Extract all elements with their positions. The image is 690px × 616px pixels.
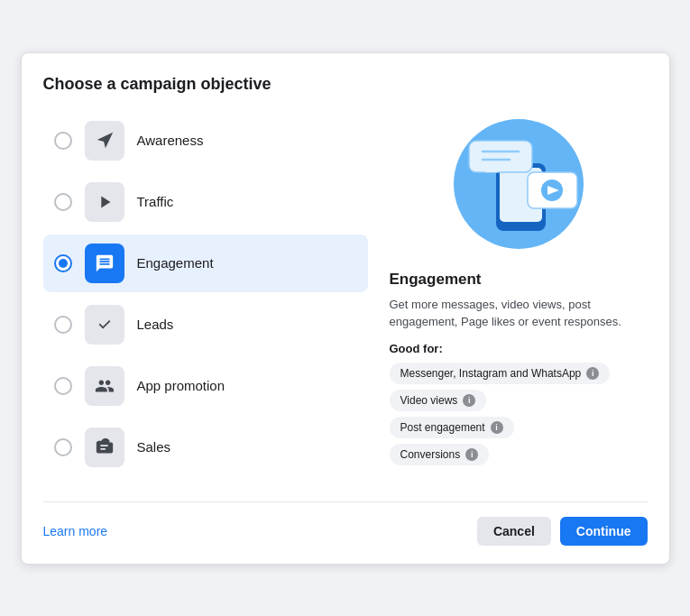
radio-awareness xyxy=(54,132,72,150)
objective-sales[interactable]: Sales xyxy=(43,418,368,476)
objective-leads[interactable]: Leads xyxy=(43,296,368,354)
tag-video-views[interactable]: Video views i xyxy=(390,390,487,411)
info-icon-video[interactable]: i xyxy=(463,394,475,407)
info-icon-post[interactable]: i xyxy=(491,421,503,434)
leads-icon-box xyxy=(85,305,124,345)
tag-post-engagement[interactable]: Post engagement i xyxy=(390,417,514,438)
objective-app-promotion[interactable]: App promotion xyxy=(43,357,368,415)
tag-conversions-text: Conversions xyxy=(400,448,461,461)
app-promotion-icon-box xyxy=(85,366,124,406)
detail-panel: Engagement Get more messages, video view… xyxy=(390,112,648,476)
objectives-list: Awareness Traffic Engagement xyxy=(43,112,368,476)
detail-description: Get more messages, video views, post eng… xyxy=(390,296,648,331)
good-for-label: Good for: xyxy=(390,342,443,355)
svg-rect-3 xyxy=(469,141,532,172)
leads-label: Leads xyxy=(137,317,174,332)
tag-messenger-text: Messenger, Instagram and WhatsApp xyxy=(400,367,582,380)
objective-engagement[interactable]: Engagement xyxy=(43,234,368,292)
objective-traffic[interactable]: Traffic xyxy=(43,173,368,231)
app-promotion-label: App promotion xyxy=(137,378,225,393)
radio-sales xyxy=(54,438,72,456)
tag-post-engagement-text: Post engagement xyxy=(400,421,485,434)
awareness-icon-box xyxy=(85,121,124,161)
radio-engagement xyxy=(54,254,72,272)
footer-buttons: Cancel Continue xyxy=(477,517,648,546)
dialog-body: Awareness Traffic Engagement xyxy=(43,112,648,476)
sales-label: Sales xyxy=(137,439,171,455)
engagement-illustration xyxy=(437,112,600,256)
traffic-icon-box xyxy=(85,182,124,222)
tag-conversions[interactable]: Conversions i xyxy=(390,444,490,465)
tags-list: Messenger, Instagram and WhatsApp i Vide… xyxy=(390,363,611,465)
campaign-objective-dialog: Choose a campaign objective Awareness Tr… xyxy=(21,52,670,565)
engagement-label: Engagement xyxy=(137,255,214,271)
detail-title: Engagement xyxy=(390,271,482,289)
continue-button[interactable]: Continue xyxy=(560,517,648,546)
sales-icon-box xyxy=(85,428,124,467)
radio-engagement-inner xyxy=(59,259,68,268)
awareness-label: Awareness xyxy=(137,133,204,148)
radio-leads xyxy=(54,316,72,334)
tag-messenger[interactable]: Messenger, Instagram and WhatsApp i xyxy=(390,363,611,384)
objective-awareness[interactable]: Awareness xyxy=(43,112,368,170)
dialog-footer: Learn more Cancel Continue xyxy=(43,501,648,546)
tag-video-views-text: Video views xyxy=(400,394,458,407)
learn-more-link[interactable]: Learn more xyxy=(43,524,108,538)
radio-traffic xyxy=(54,193,72,211)
info-icon-messenger[interactable]: i xyxy=(586,367,599,380)
engagement-icon-box xyxy=(85,244,124,283)
cancel-button[interactable]: Cancel xyxy=(477,517,551,546)
dialog-title: Choose a campaign objective xyxy=(43,75,648,94)
traffic-label: Traffic xyxy=(137,194,174,209)
info-icon-conversions[interactable]: i xyxy=(465,448,478,461)
radio-app-promotion xyxy=(54,377,72,395)
